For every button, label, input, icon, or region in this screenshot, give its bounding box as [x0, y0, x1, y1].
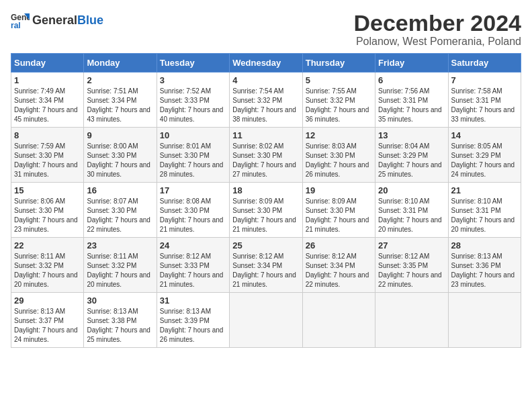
- cell-text: Sunrise: 8:12 AMSunset: 3:33 PMDaylight:…: [160, 253, 224, 288]
- calendar-cell: 3 Sunrise: 7:52 AMSunset: 3:33 PMDayligh…: [157, 73, 229, 128]
- title-area: December 2024 Polanow, West Pomerania, P…: [353, 11, 521, 48]
- cell-text: Sunrise: 8:12 AMSunset: 3:34 PMDaylight:…: [232, 253, 296, 288]
- cell-text: Sunrise: 8:13 AMSunset: 3:38 PMDaylight:…: [87, 308, 150, 343]
- calendar-cell: 10 Sunrise: 8:01 AMSunset: 3:30 PMDaylig…: [157, 128, 229, 183]
- cell-text: Sunrise: 7:54 AMSunset: 3:32 PMDaylight:…: [232, 87, 296, 123]
- calendar-cell: 14 Sunrise: 8:05 AMSunset: 3:29 PMDaylig…: [448, 128, 521, 183]
- calendar-cell: 13 Sunrise: 8:04 AMSunset: 3:29 PMDaylig…: [375, 128, 448, 183]
- calendar-cell: 4 Sunrise: 7:54 AMSunset: 3:32 PMDayligh…: [230, 73, 302, 128]
- calendar-cell: 18 Sunrise: 8:09 AMSunset: 3:30 PMDaylig…: [230, 183, 302, 238]
- calendar-cell: 30 Sunrise: 8:13 AMSunset: 3:38 PMDaylig…: [84, 293, 157, 348]
- day-number: 12: [306, 130, 372, 140]
- day-number: 16: [87, 185, 153, 195]
- cell-text: Sunrise: 8:11 AMSunset: 3:32 PMDaylight:…: [14, 253, 78, 288]
- day-number: 4: [232, 75, 299, 85]
- cell-text: Sunrise: 8:08 AMSunset: 3:30 PMDaylight:…: [160, 197, 224, 233]
- calendar-cell: 26 Sunrise: 8:12 AMSunset: 3:34 PMDaylig…: [302, 238, 375, 293]
- day-number: 26: [306, 240, 372, 250]
- day-number: 2: [87, 75, 153, 85]
- day-number: 22: [14, 240, 81, 250]
- day-number: 20: [378, 185, 445, 195]
- cell-text: Sunrise: 8:06 AMSunset: 3:30 PMDaylight:…: [14, 197, 78, 233]
- cell-text: Sunrise: 8:05 AMSunset: 3:29 PMDaylight:…: [451, 142, 515, 178]
- day-number: 23: [87, 240, 153, 250]
- day-number: 18: [232, 185, 299, 195]
- cell-text: Sunrise: 8:01 AMSunset: 3:30 PMDaylight:…: [160, 142, 224, 178]
- day-number: 3: [160, 75, 226, 85]
- calendar-cell: 23 Sunrise: 8:11 AMSunset: 3:32 PMDaylig…: [84, 238, 157, 293]
- calendar-cell: 8 Sunrise: 7:59 AMSunset: 3:30 PMDayligh…: [11, 128, 84, 183]
- day-number: 24: [160, 240, 226, 250]
- day-header-wednesday: Wednesday: [230, 54, 302, 73]
- cell-text: Sunrise: 8:11 AMSunset: 3:32 PMDaylight:…: [87, 253, 150, 288]
- calendar-cell: [448, 293, 521, 348]
- calendar-cell: 9 Sunrise: 8:00 AMSunset: 3:30 PMDayligh…: [84, 128, 157, 183]
- cell-text: Sunrise: 7:52 AMSunset: 3:33 PMDaylight:…: [160, 87, 224, 123]
- day-number: 10: [160, 130, 226, 140]
- cell-text: Sunrise: 8:09 AMSunset: 3:30 PMDaylight:…: [306, 197, 369, 233]
- cell-text: Sunrise: 7:51 AMSunset: 3:34 PMDaylight:…: [87, 87, 150, 123]
- cell-text: Sunrise: 8:09 AMSunset: 3:30 PMDaylight:…: [232, 197, 296, 233]
- day-number: 29: [14, 295, 81, 306]
- cell-text: Sunrise: 7:49 AMSunset: 3:34 PMDaylight:…: [14, 87, 78, 123]
- calendar-cell: 6 Sunrise: 7:56 AMSunset: 3:31 PMDayligh…: [375, 73, 448, 128]
- cell-text: Sunrise: 8:07 AMSunset: 3:30 PMDaylight:…: [87, 197, 150, 233]
- calendar-cell: 28 Sunrise: 8:13 AMSunset: 3:36 PMDaylig…: [448, 238, 521, 293]
- cell-text: Sunrise: 8:13 AMSunset: 3:39 PMDaylight:…: [160, 308, 224, 343]
- cell-text: Sunrise: 7:59 AMSunset: 3:30 PMDaylight:…: [14, 142, 78, 178]
- calendar-cell: [375, 293, 448, 348]
- cell-text: Sunrise: 8:13 AMSunset: 3:37 PMDaylight:…: [14, 308, 78, 343]
- calendar-cell: 29 Sunrise: 8:13 AMSunset: 3:37 PMDaylig…: [11, 293, 84, 348]
- cell-text: Sunrise: 8:00 AMSunset: 3:30 PMDaylight:…: [87, 142, 150, 178]
- calendar-cell: 21 Sunrise: 8:10 AMSunset: 3:31 PMDaylig…: [448, 183, 521, 238]
- calendar-cell: [302, 293, 375, 348]
- logo: Gene ral GeneralBlue: [11, 11, 103, 30]
- day-number: 9: [87, 130, 153, 140]
- calendar-cell: 19 Sunrise: 8:09 AMSunset: 3:30 PMDaylig…: [302, 183, 375, 238]
- calendar-cell: 31 Sunrise: 8:13 AMSunset: 3:39 PMDaylig…: [157, 293, 229, 348]
- header: Gene ral GeneralBlue December 2024 Polan…: [11, 11, 521, 48]
- day-header-thursday: Thursday: [302, 54, 375, 73]
- cell-text: Sunrise: 8:12 AMSunset: 3:34 PMDaylight:…: [306, 253, 369, 288]
- day-number: 17: [160, 185, 226, 195]
- calendar-cell: 16 Sunrise: 8:07 AMSunset: 3:30 PMDaylig…: [84, 183, 157, 238]
- day-number: 5: [306, 75, 372, 85]
- calendar-cell: 12 Sunrise: 8:03 AMSunset: 3:30 PMDaylig…: [302, 128, 375, 183]
- logo-text-general: General: [32, 13, 77, 28]
- logo-icon: Gene ral: [11, 11, 30, 30]
- calendar-cell: 25 Sunrise: 8:12 AMSunset: 3:34 PMDaylig…: [230, 238, 302, 293]
- calendar-cell: 20 Sunrise: 8:10 AMSunset: 3:31 PMDaylig…: [375, 183, 448, 238]
- cell-text: Sunrise: 7:55 AMSunset: 3:32 PMDaylight:…: [306, 87, 369, 123]
- cell-text: Sunrise: 8:03 AMSunset: 3:30 PMDaylight:…: [306, 142, 369, 178]
- logo-text-blue: Blue: [77, 13, 103, 28]
- day-number: 8: [14, 130, 81, 140]
- day-number: 13: [378, 130, 445, 140]
- day-header-saturday: Saturday: [448, 54, 521, 73]
- day-number: 21: [451, 185, 518, 195]
- calendar-cell: 5 Sunrise: 7:55 AMSunset: 3:32 PMDayligh…: [302, 73, 375, 128]
- day-number: 30: [87, 295, 153, 306]
- day-number: 27: [378, 240, 445, 250]
- calendar-cell: 7 Sunrise: 7:58 AMSunset: 3:31 PMDayligh…: [448, 73, 521, 128]
- calendar-cell: 2 Sunrise: 7:51 AMSunset: 3:34 PMDayligh…: [84, 73, 157, 128]
- cell-text: Sunrise: 8:02 AMSunset: 3:30 PMDaylight:…: [232, 142, 296, 178]
- day-number: 14: [451, 130, 518, 140]
- svg-text:ral: ral: [11, 21, 21, 30]
- day-header-tuesday: Tuesday: [157, 54, 229, 73]
- calendar-cell: 11 Sunrise: 8:02 AMSunset: 3:30 PMDaylig…: [230, 128, 302, 183]
- day-number: 25: [232, 240, 299, 250]
- calendar-cell: 15 Sunrise: 8:06 AMSunset: 3:30 PMDaylig…: [11, 183, 84, 238]
- day-number: 11: [232, 130, 299, 140]
- day-number: 7: [451, 75, 518, 85]
- calendar-cell: 22 Sunrise: 8:11 AMSunset: 3:32 PMDaylig…: [11, 238, 84, 293]
- cell-text: Sunrise: 8:10 AMSunset: 3:31 PMDaylight:…: [378, 197, 442, 233]
- day-number: 6: [378, 75, 445, 85]
- day-number: 31: [160, 295, 226, 306]
- day-number: 1: [14, 75, 81, 85]
- main-title: December 2024: [353, 11, 521, 36]
- calendar-cell: [230, 293, 302, 348]
- subtitle: Polanow, West Pomerania, Poland: [353, 36, 521, 48]
- cell-text: Sunrise: 8:13 AMSunset: 3:36 PMDaylight:…: [451, 253, 515, 288]
- calendar-cell: 17 Sunrise: 8:08 AMSunset: 3:30 PMDaylig…: [157, 183, 229, 238]
- calendar-table: SundayMondayTuesdayWednesdayThursdayFrid…: [11, 53, 521, 348]
